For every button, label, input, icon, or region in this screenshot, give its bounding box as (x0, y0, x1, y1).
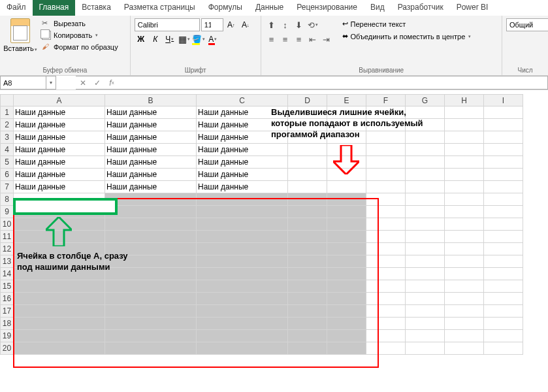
cell-H12[interactable] (445, 243, 484, 255)
cell-H17[interactable] (445, 305, 484, 318)
cell-I2[interactable] (484, 119, 523, 131)
cell-G7[interactable] (406, 181, 445, 193)
col-header-F[interactable]: F (366, 95, 406, 106)
cell-I1[interactable] (484, 106, 523, 119)
font-size-select[interactable] (201, 18, 223, 31)
cell-G6[interactable] (406, 169, 445, 181)
cell-B3[interactable]: Наши данные (105, 131, 197, 144)
cell-G13[interactable] (406, 255, 445, 268)
row-header-4[interactable]: 4 (1, 144, 14, 156)
row-header-16[interactable]: 16 (1, 293, 14, 305)
cell-D4[interactable] (288, 144, 327, 156)
cell-A6[interactable]: Наши данные (14, 169, 105, 181)
cut-button[interactable]: ✂ Вырезать (39, 18, 121, 29)
col-header-B[interactable]: B (105, 95, 197, 106)
row-header-7[interactable]: 7 (1, 181, 14, 193)
orientation-button[interactable]: ⟲ (306, 18, 319, 31)
align-middle-button[interactable]: ↕ (279, 18, 292, 31)
row-header-18[interactable]: 18 (1, 318, 14, 330)
cell-H14[interactable] (445, 268, 484, 280)
align-left-button[interactable]: ≡ (265, 33, 278, 46)
cell-A2[interactable]: Наши данные (14, 119, 105, 131)
increase-indent-button[interactable]: ⇥ (320, 33, 333, 46)
cancel-formula-button[interactable]: ✕ (76, 76, 90, 89)
select-all-corner[interactable] (1, 95, 14, 106)
italic-button[interactable]: К (149, 33, 162, 46)
number-format-select[interactable] (506, 18, 548, 31)
cell-G8[interactable] (406, 193, 445, 206)
cell-G19[interactable] (406, 330, 445, 342)
cell-B2[interactable]: Наши данные (105, 119, 197, 131)
cell-I9[interactable] (484, 206, 523, 218)
font-name-select[interactable] (135, 18, 200, 31)
formula-input[interactable] (119, 76, 548, 90)
font-color-button[interactable]: A (206, 33, 219, 46)
tab-review[interactable]: Рецензирование (290, 0, 364, 16)
cell-A5[interactable]: Наши данные (14, 156, 105, 169)
cell-B7[interactable]: Наши данные (105, 181, 197, 193)
cell-C5[interactable]: Наши данные (197, 156, 288, 169)
tab-formulas[interactable]: Формулы (202, 0, 249, 16)
cell-I11[interactable] (484, 231, 523, 243)
cell-D6[interactable] (288, 169, 327, 181)
cell-I4[interactable] (484, 144, 523, 156)
wrap-text-button[interactable]: ↩ Перенести текст (340, 18, 474, 29)
tab-developer[interactable]: Разработчик (391, 0, 450, 16)
row-header-12[interactable]: 12 (1, 243, 14, 255)
col-header-E[interactable]: E (327, 95, 366, 106)
name-box[interactable]: A8 (0, 76, 46, 90)
cell-H19[interactable] (445, 330, 484, 342)
decrease-indent-button[interactable]: ⇤ (306, 33, 319, 46)
cell-I20[interactable] (484, 342, 523, 355)
cell-G12[interactable] (406, 243, 445, 255)
cell-E7[interactable] (327, 181, 366, 193)
align-right-button[interactable]: ≡ (293, 33, 306, 46)
cell-B6[interactable]: Наши данные (105, 169, 197, 181)
row-header-11[interactable]: 11 (1, 231, 14, 243)
cell-H20[interactable] (445, 342, 484, 355)
name-box-dropdown[interactable]: ▾ (46, 76, 56, 90)
merge-center-button[interactable]: ⬌ Объединить и поместить в центре (340, 31, 474, 42)
cell-G5[interactable] (406, 156, 445, 169)
cell-I5[interactable] (484, 156, 523, 169)
bold-button[interactable]: Ж (135, 33, 148, 46)
row-header-15[interactable]: 15 (1, 280, 14, 293)
cell-G15[interactable] (406, 280, 445, 293)
cell-H9[interactable] (445, 206, 484, 218)
cell-C7[interactable]: Наши данные (197, 181, 288, 193)
tab-view[interactable]: Вид (364, 0, 391, 16)
col-header-I[interactable]: I (484, 95, 523, 106)
insert-function-button[interactable]: fx (105, 76, 119, 89)
row-header-17[interactable]: 17 (1, 305, 14, 318)
row-header-9[interactable]: 9 (1, 206, 14, 218)
cell-H10[interactable] (445, 218, 484, 231)
paste-button[interactable]: Вставить (4, 18, 37, 73)
cell-H1[interactable] (445, 106, 484, 119)
cell-G9[interactable] (406, 206, 445, 218)
cell-H2[interactable] (445, 119, 484, 131)
cell-B1[interactable]: Наши данные (105, 106, 197, 119)
borders-button[interactable]: ▦ (178, 33, 191, 46)
cell-I19[interactable] (484, 330, 523, 342)
cell-D7[interactable] (288, 181, 327, 193)
cell-G10[interactable] (406, 218, 445, 231)
copy-button[interactable]: Копировать (39, 30, 121, 41)
cell-H13[interactable] (445, 255, 484, 268)
cell-G11[interactable] (406, 231, 445, 243)
align-top-button[interactable]: ⬆ (265, 18, 278, 31)
tab-file[interactable]: Файл (0, 0, 33, 16)
cell-A1[interactable]: Наши данные (14, 106, 105, 119)
row-header-20[interactable]: 20 (1, 342, 14, 355)
cell-I15[interactable] (484, 280, 523, 293)
align-bottom-button[interactable]: ⬇ (293, 18, 306, 31)
col-header-A[interactable]: A (14, 95, 105, 106)
tab-powerbi[interactable]: Power BI (450, 0, 495, 16)
cell-C4[interactable]: Наши данные (197, 144, 288, 156)
cell-F5[interactable] (366, 156, 406, 169)
cell-H18[interactable] (445, 318, 484, 330)
cell-A4[interactable]: Наши данные (14, 144, 105, 156)
cell-F4[interactable] (366, 144, 406, 156)
row-header-6[interactable]: 6 (1, 169, 14, 181)
cell-F6[interactable] (366, 169, 406, 181)
col-header-C[interactable]: C (197, 95, 288, 106)
